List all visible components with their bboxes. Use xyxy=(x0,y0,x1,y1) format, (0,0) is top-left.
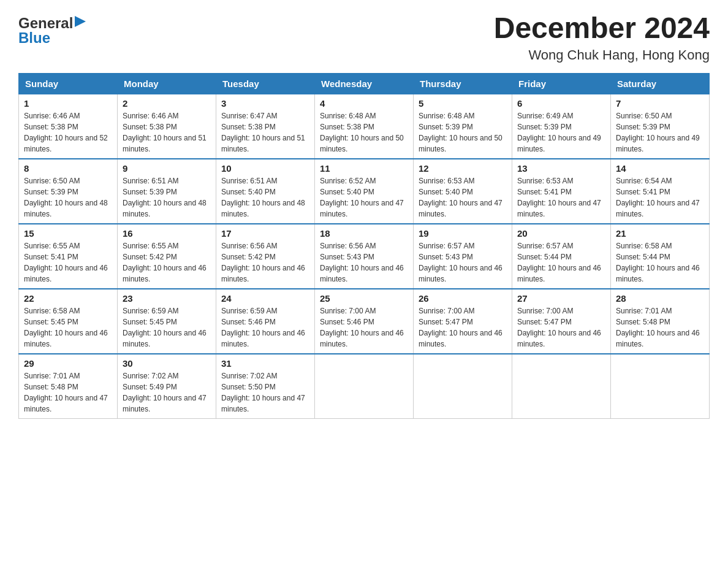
day-info: Sunrise: 7:00 AMSunset: 5:47 PMDaylight:… xyxy=(419,305,507,350)
logo: General Blue xyxy=(18,12,86,47)
calendar-day-cell: 27 Sunrise: 7:00 AMSunset: 5:47 PMDaylig… xyxy=(512,289,611,354)
day-number: 8 xyxy=(24,163,112,174)
col-wednesday: Wednesday xyxy=(315,73,414,94)
day-info: Sunrise: 6:46 AMSunset: 5:38 PMDaylight:… xyxy=(24,110,112,155)
calendar-day-cell: 26 Sunrise: 7:00 AMSunset: 5:47 PMDaylig… xyxy=(414,289,512,354)
calendar-day-cell: 20 Sunrise: 6:57 AMSunset: 5:44 PMDaylig… xyxy=(512,224,611,289)
calendar-day-cell xyxy=(414,354,512,419)
calendar-day-cell: 21 Sunrise: 6:58 AMSunset: 5:44 PMDaylig… xyxy=(611,224,710,289)
day-info: Sunrise: 6:50 AMSunset: 5:39 PMDaylight:… xyxy=(616,110,704,155)
col-friday: Friday xyxy=(512,73,611,94)
calendar-day-cell: 4 Sunrise: 6:48 AMSunset: 5:38 PMDayligh… xyxy=(315,94,414,159)
day-info: Sunrise: 6:55 AMSunset: 5:42 PMDaylight:… xyxy=(123,240,211,285)
calendar-day-cell: 25 Sunrise: 7:00 AMSunset: 5:46 PMDaylig… xyxy=(315,289,414,354)
day-info: Sunrise: 6:57 AMSunset: 5:44 PMDaylight:… xyxy=(517,240,605,285)
col-tuesday: Tuesday xyxy=(216,73,315,94)
calendar-day-cell: 2 Sunrise: 6:46 AMSunset: 5:38 PMDayligh… xyxy=(118,94,216,159)
calendar-day-cell: 23 Sunrise: 6:59 AMSunset: 5:45 PMDaylig… xyxy=(118,289,216,354)
calendar-week-row: 8 Sunrise: 6:50 AMSunset: 5:39 PMDayligh… xyxy=(19,159,710,224)
day-number: 7 xyxy=(616,98,704,109)
calendar-header-row: Sunday Monday Tuesday Wednesday Thursday… xyxy=(19,73,710,94)
day-info: Sunrise: 6:48 AMSunset: 5:38 PMDaylight:… xyxy=(320,110,408,155)
calendar-title-area: December 2024 Wong Chuk Hang, Hong Kong xyxy=(494,12,710,63)
day-info: Sunrise: 7:02 AMSunset: 5:49 PMDaylight:… xyxy=(123,370,211,415)
calendar-day-cell xyxy=(611,354,710,419)
day-number: 17 xyxy=(221,228,309,239)
day-number: 20 xyxy=(517,228,605,239)
calendar-week-row: 1 Sunrise: 6:46 AMSunset: 5:38 PMDayligh… xyxy=(19,94,710,159)
calendar-day-cell xyxy=(315,354,414,419)
day-info: Sunrise: 6:59 AMSunset: 5:46 PMDaylight:… xyxy=(221,305,309,350)
col-thursday: Thursday xyxy=(414,73,512,94)
day-number: 21 xyxy=(616,228,704,239)
calendar-day-cell: 12 Sunrise: 6:53 AMSunset: 5:40 PMDaylig… xyxy=(414,159,512,224)
calendar-week-row: 22 Sunrise: 6:58 AMSunset: 5:45 PMDaylig… xyxy=(19,289,710,354)
day-number: 1 xyxy=(24,98,112,109)
calendar-day-cell: 10 Sunrise: 6:51 AMSunset: 5:40 PMDaylig… xyxy=(216,159,315,224)
day-number: 11 xyxy=(320,163,408,174)
day-number: 14 xyxy=(616,163,704,174)
day-info: Sunrise: 6:47 AMSunset: 5:38 PMDaylight:… xyxy=(221,110,309,155)
calendar-day-cell: 31 Sunrise: 7:02 AMSunset: 5:50 PMDaylig… xyxy=(216,354,315,419)
day-number: 16 xyxy=(123,228,211,239)
day-number: 28 xyxy=(616,293,704,304)
col-sunday: Sunday xyxy=(19,73,118,94)
day-info: Sunrise: 6:53 AMSunset: 5:41 PMDaylight:… xyxy=(517,175,605,220)
day-info: Sunrise: 6:50 AMSunset: 5:39 PMDaylight:… xyxy=(24,175,112,220)
day-info: Sunrise: 7:01 AMSunset: 5:48 PMDaylight:… xyxy=(24,370,112,415)
day-number: 19 xyxy=(419,228,507,239)
calendar-day-cell: 3 Sunrise: 6:47 AMSunset: 5:38 PMDayligh… xyxy=(216,94,315,159)
day-info: Sunrise: 6:54 AMSunset: 5:41 PMDaylight:… xyxy=(616,175,704,220)
calendar-day-cell: 17 Sunrise: 6:56 AMSunset: 5:42 PMDaylig… xyxy=(216,224,315,289)
day-number: 29 xyxy=(24,358,112,369)
day-info: Sunrise: 6:55 AMSunset: 5:41 PMDaylight:… xyxy=(24,240,112,285)
day-info: Sunrise: 6:57 AMSunset: 5:43 PMDaylight:… xyxy=(419,240,507,285)
calendar-day-cell: 8 Sunrise: 6:50 AMSunset: 5:39 PMDayligh… xyxy=(19,159,118,224)
day-number: 15 xyxy=(24,228,112,239)
calendar-day-cell: 30 Sunrise: 7:02 AMSunset: 5:49 PMDaylig… xyxy=(118,354,216,419)
day-info: Sunrise: 6:51 AMSunset: 5:39 PMDaylight:… xyxy=(123,175,211,220)
calendar-day-cell: 16 Sunrise: 6:55 AMSunset: 5:42 PMDaylig… xyxy=(118,224,216,289)
day-info: Sunrise: 6:56 AMSunset: 5:42 PMDaylight:… xyxy=(221,240,309,285)
calendar-day-cell: 6 Sunrise: 6:49 AMSunset: 5:39 PMDayligh… xyxy=(512,94,611,159)
calendar-day-cell: 22 Sunrise: 6:58 AMSunset: 5:45 PMDaylig… xyxy=(19,289,118,354)
calendar-week-row: 29 Sunrise: 7:01 AMSunset: 5:48 PMDaylig… xyxy=(19,354,710,419)
day-number: 18 xyxy=(320,228,408,239)
calendar-day-cell: 7 Sunrise: 6:50 AMSunset: 5:39 PMDayligh… xyxy=(611,94,710,159)
day-number: 30 xyxy=(123,358,211,369)
calendar-day-cell: 9 Sunrise: 6:51 AMSunset: 5:39 PMDayligh… xyxy=(118,159,216,224)
calendar-day-cell: 24 Sunrise: 6:59 AMSunset: 5:46 PMDaylig… xyxy=(216,289,315,354)
day-info: Sunrise: 6:58 AMSunset: 5:45 PMDaylight:… xyxy=(24,305,112,350)
calendar-day-cell: 5 Sunrise: 6:48 AMSunset: 5:39 PMDayligh… xyxy=(414,94,512,159)
day-number: 23 xyxy=(123,293,211,304)
calendar-day-cell: 18 Sunrise: 6:56 AMSunset: 5:43 PMDaylig… xyxy=(315,224,414,289)
day-number: 22 xyxy=(24,293,112,304)
day-number: 9 xyxy=(123,163,211,174)
logo-arrow-icon xyxy=(75,16,86,27)
location-title: Wong Chuk Hang, Hong Kong xyxy=(494,47,710,63)
day-number: 6 xyxy=(517,98,605,109)
day-number: 12 xyxy=(419,163,507,174)
day-info: Sunrise: 7:01 AMSunset: 5:48 PMDaylight:… xyxy=(616,305,704,350)
calendar-day-cell: 11 Sunrise: 6:52 AMSunset: 5:40 PMDaylig… xyxy=(315,159,414,224)
day-info: Sunrise: 6:59 AMSunset: 5:45 PMDaylight:… xyxy=(123,305,211,350)
day-info: Sunrise: 7:00 AMSunset: 5:46 PMDaylight:… xyxy=(320,305,408,350)
day-info: Sunrise: 6:58 AMSunset: 5:44 PMDaylight:… xyxy=(616,240,704,285)
calendar-day-cell: 19 Sunrise: 6:57 AMSunset: 5:43 PMDaylig… xyxy=(414,224,512,289)
calendar-day-cell: 14 Sunrise: 6:54 AMSunset: 5:41 PMDaylig… xyxy=(611,159,710,224)
day-number: 24 xyxy=(221,293,309,304)
day-number: 31 xyxy=(221,358,309,369)
day-info: Sunrise: 7:00 AMSunset: 5:47 PMDaylight:… xyxy=(517,305,605,350)
calendar-table: Sunday Monday Tuesday Wednesday Thursday… xyxy=(18,73,710,419)
day-info: Sunrise: 6:52 AMSunset: 5:40 PMDaylight:… xyxy=(320,175,408,220)
day-info: Sunrise: 7:02 AMSunset: 5:50 PMDaylight:… xyxy=(221,370,309,415)
calendar-week-row: 15 Sunrise: 6:55 AMSunset: 5:41 PMDaylig… xyxy=(19,224,710,289)
day-number: 10 xyxy=(221,163,309,174)
day-number: 25 xyxy=(320,293,408,304)
day-info: Sunrise: 6:51 AMSunset: 5:40 PMDaylight:… xyxy=(221,175,309,220)
day-number: 27 xyxy=(517,293,605,304)
day-info: Sunrise: 6:46 AMSunset: 5:38 PMDaylight:… xyxy=(123,110,211,155)
calendar-day-cell xyxy=(512,354,611,419)
col-monday: Monday xyxy=(118,73,216,94)
calendar-day-cell: 28 Sunrise: 7:01 AMSunset: 5:48 PMDaylig… xyxy=(611,289,710,354)
